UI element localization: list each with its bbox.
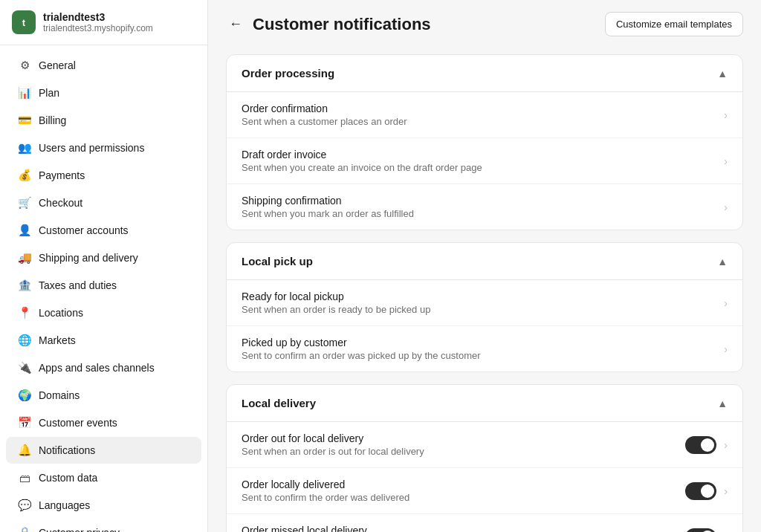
taxes-duties-icon: 🏦 [18, 279, 31, 292]
notif-desc-order-locally-delivered: Sent to confirm the order was delivered [242, 492, 685, 503]
sidebar-item-payments[interactable]: 💰 Payments [6, 162, 201, 189]
notif-text-order-locally-delivered: Order locally delivered Sent to confirm … [242, 479, 685, 503]
sidebar-item-apps-sales-channels[interactable]: 🔌 Apps and sales channels [6, 354, 201, 381]
notifications-icon: 🔔 [18, 444, 31, 457]
notif-right-shipping-confirmation: › [724, 201, 728, 213]
sidebar-item-domains[interactable]: 🌍 Domains [6, 382, 201, 409]
row-arrow-order-locally-delivered: › [724, 485, 728, 497]
sidebar-nav: ⚙ General 📊 Plan 💳 Billing 👥 Users and p… [0, 45, 207, 532]
sidebar-item-locations[interactable]: 📍 Locations [6, 299, 201, 326]
billing-icon: 💳 [18, 114, 31, 127]
notif-right-draft-order-invoice: › [724, 155, 728, 167]
notification-row-order-out-local-delivery[interactable]: Order out for local delivery Sent when a… [227, 422, 742, 468]
section-title-local-pickup: Local pick up [242, 255, 313, 267]
sidebar-shop-info: trialendtest3 trialendtest3.myshopify.co… [43, 11, 153, 33]
sidebar-label-customer-privacy: Customer privacy [39, 527, 120, 532]
sidebar-item-billing[interactable]: 💳 Billing [6, 107, 201, 134]
back-button[interactable]: ← [226, 13, 245, 35]
sidebar-label-shipping-delivery: Shipping and delivery [39, 252, 138, 264]
payments-icon: 💰 [18, 169, 31, 182]
sidebar-label-notifications: Notifications [39, 444, 95, 456]
notification-row-order-missed-local-delivery[interactable]: Order missed local delivery Sent when a … [227, 514, 742, 532]
sidebar-label-apps-sales-channels: Apps and sales channels [39, 362, 155, 374]
plan-icon: 📊 [18, 86, 31, 100]
header-left: ← Customer notifications [226, 13, 431, 35]
sidebar-item-custom-data[interactable]: 🗃 Custom data [6, 464, 201, 491]
customer-accounts-icon: 👤 [18, 224, 31, 237]
row-arrow-order-confirmation: › [724, 109, 728, 121]
section-header-local-delivery[interactable]: Local delivery ▲ [227, 385, 742, 422]
row-arrow-ready-for-pickup: › [724, 297, 728, 309]
notif-right-order-missed-local-delivery: › [685, 528, 728, 533]
sidebar-item-markets[interactable]: 🌐 Markets [6, 327, 201, 354]
sidebar-item-taxes-duties[interactable]: 🏦 Taxes and duties [6, 272, 201, 299]
notification-row-order-confirmation[interactable]: Order confirmation Sent when a customer … [227, 92, 742, 138]
notif-right-order-confirmation: › [724, 109, 728, 121]
sidebar-item-customer-events[interactable]: 📅 Customer events [6, 409, 201, 436]
notif-title-draft-order-invoice: Draft order invoice [242, 149, 724, 160]
section-local-pickup: Local pick up ▲ Ready for local pickup S… [226, 242, 743, 372]
sidebar-item-notifications[interactable]: 🔔 Notifications [6, 437, 201, 464]
row-arrow-shipping-confirmation: › [724, 201, 728, 213]
notif-desc-picked-up-customer: Sent to confirm an order was picked up b… [242, 350, 724, 361]
sidebar-label-checkout: Checkout [39, 197, 82, 209]
row-arrow-picked-up-customer: › [724, 343, 728, 355]
customer-events-icon: 📅 [18, 416, 31, 429]
toggle-order-out-local-delivery[interactable] [685, 436, 716, 454]
notification-row-ready-for-pickup[interactable]: Ready for local pickup Sent when an orde… [227, 280, 742, 326]
sidebar-label-languages: Languages [39, 499, 90, 511]
notif-desc-draft-order-invoice: Sent when you create an invoice on the d… [242, 162, 724, 173]
notif-title-order-confirmation: Order confirmation [242, 103, 724, 114]
notif-right-order-out-local-delivery: › [685, 436, 728, 454]
row-arrow-order-out-local-delivery: › [724, 439, 728, 451]
languages-icon: 💬 [18, 499, 31, 512]
notification-row-order-locally-delivered[interactable]: Order locally delivered Sent to confirm … [227, 468, 742, 514]
custom-data-icon: 🗃 [18, 471, 31, 484]
notif-right-ready-for-pickup: › [724, 297, 728, 309]
section-title-order-processing: Order processing [242, 67, 334, 80]
notif-right-order-locally-delivered: › [685, 482, 728, 500]
sidebar-item-general[interactable]: ⚙ General [6, 52, 201, 79]
notification-row-draft-order-invoice[interactable]: Draft order invoice Sent when you create… [227, 138, 742, 184]
sidebar-label-general: General [39, 59, 76, 71]
notif-title-shipping-confirmation: Shipping confirmation [242, 195, 724, 207]
sidebar-item-customer-privacy[interactable]: 🔒 Customer privacy [6, 519, 201, 532]
toggle-order-locally-delivered[interactable] [685, 482, 716, 500]
toggle-order-missed-local-delivery[interactable] [685, 528, 716, 533]
main-header: ← Customer notifications Customize email… [208, 0, 761, 48]
sidebar-label-domains: Domains [39, 389, 80, 401]
section-header-local-pickup[interactable]: Local pick up ▲ [227, 243, 742, 280]
sidebar-item-plan[interactable]: 📊 Plan [6, 80, 201, 106]
sidebar-item-checkout[interactable]: 🛒 Checkout [6, 189, 201, 216]
notif-desc-order-out-local-delivery: Sent when an order is out for local deli… [242, 446, 685, 457]
shop-url: trialendtest3.myshopify.com [43, 23, 153, 33]
section-local-delivery: Local delivery ▲ Order out for local del… [226, 384, 743, 532]
section-header-order-processing[interactable]: Order processing ▲ [227, 55, 742, 92]
notif-title-order-out-local-delivery: Order out for local delivery [242, 432, 685, 444]
general-icon: ⚙ [18, 59, 31, 72]
domains-icon: 🌍 [18, 389, 31, 402]
sidebar-item-customer-accounts[interactable]: 👤 Customer accounts [6, 217, 201, 244]
notif-text-draft-order-invoice: Draft order invoice Sent when you create… [242, 149, 724, 173]
users-permissions-icon: 👥 [18, 141, 31, 155]
sidebar-item-users-permissions[interactable]: 👥 Users and permissions [6, 134, 201, 161]
notif-text-order-confirmation: Order confirmation Sent when a customer … [242, 103, 724, 127]
notif-title-order-missed-local-delivery: Order missed local delivery [242, 525, 685, 532]
notification-row-shipping-confirmation[interactable]: Shipping confirmation Sent when you mark… [227, 184, 742, 230]
section-order-processing: Order processing ▲ Order confirmation Se… [226, 54, 743, 230]
main-body: Order processing ▲ Order confirmation Se… [208, 48, 761, 532]
sidebar-label-locations: Locations [39, 307, 83, 319]
sidebar-item-languages[interactable]: 💬 Languages [6, 492, 201, 519]
notif-right-picked-up-customer: › [724, 343, 728, 355]
notification-row-picked-up-customer[interactable]: Picked up by customer Sent to confirm an… [227, 326, 742, 372]
chevron-icon-local-delivery: ▲ [717, 398, 728, 409]
sidebar: t trialendtest3 trialendtest3.myshopify.… [0, 0, 208, 532]
notif-title-ready-for-pickup: Ready for local pickup [242, 291, 724, 302]
customize-email-templates-button[interactable]: Customize email templates [605, 12, 743, 36]
notif-desc-shipping-confirmation: Sent when you mark an order as fulfilled [242, 208, 724, 219]
locations-icon: 📍 [18, 306, 31, 319]
sidebar-item-shipping-delivery[interactable]: 🚚 Shipping and delivery [6, 244, 201, 271]
notif-desc-order-confirmation: Sent when a customer places an order [242, 116, 724, 127]
main-content: ← Customer notifications Customize email… [208, 0, 761, 532]
sidebar-label-users-permissions: Users and permissions [39, 142, 144, 154]
